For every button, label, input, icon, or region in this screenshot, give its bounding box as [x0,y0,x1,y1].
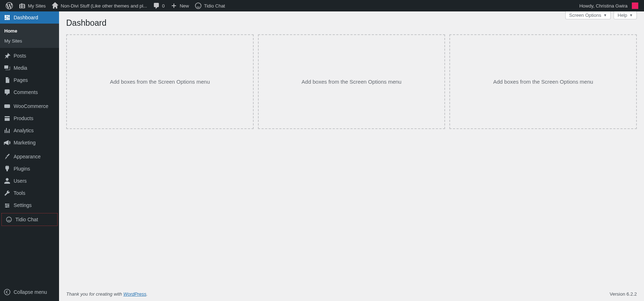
sidebar-item-analytics[interactable]: Analytics [0,124,59,137]
footer-thanks: Thank you for creating with WordPress. [66,291,148,297]
comment-icon [153,2,160,9]
admin-sidebar: Dashboard Home My Sites Posts Media Page… [0,11,59,301]
submenu-my-sites[interactable]: My Sites [0,36,59,46]
widget-placeholder: Add boxes from the Screen Options menu [449,34,637,129]
sidebar-label: Appearance [14,154,41,159]
sidebar-item-tidio[interactable]: Tidio Chat [2,213,57,226]
comments-link[interactable]: 0 [150,0,167,11]
help-label: Help [618,13,627,18]
svg-point-3 [8,205,9,206]
sidebar-item-marketing[interactable]: Marketing [0,137,59,149]
sidebar-item-media[interactable]: Media [0,62,59,74]
sidebar-label: Tools [14,190,25,196]
submenu-label: Home [4,28,17,34]
tidio-label: Tidio Chat [204,3,225,9]
plugins-icon [4,165,11,172]
my-sites-link[interactable]: My Sites [16,0,49,11]
account-link[interactable]: Howdy, Christina Gwira [576,0,641,11]
sidebar-label: Comments [14,89,38,95]
sidebar-label: Pages [14,77,28,83]
plus-icon [170,2,177,9]
chevron-down-icon: ▼ [629,13,633,17]
sidebar-label: Tidio Chat [15,217,38,222]
woocommerce-icon [4,103,11,110]
sidebar-label: Plugins [14,166,30,172]
tools-icon [4,189,11,197]
svg-rect-1 [4,104,10,108]
collapse-icon [4,288,11,296]
help-toggle[interactable]: Help ▼ [614,11,637,19]
svg-point-5 [6,217,11,222]
placeholder-text: Add boxes from the Screen Options menu [110,79,210,85]
sidebar-label: Dashboard [14,15,38,20]
wordpress-link[interactable]: WordPress [123,291,146,297]
version-text: Version 6.2.2 [610,291,637,297]
collapse-label: Collapse menu [14,289,47,295]
comments-count: 0 [162,3,165,9]
admin-bar: My Sites Non-Divi Stuff (Like other them… [0,0,644,11]
avatar [632,3,638,9]
submenu-home[interactable]: Home [0,26,59,36]
sidebar-label: Analytics [14,128,34,133]
new-link[interactable]: New [167,0,192,11]
admin-footer: Thank you for creating with WordPress. V… [59,287,644,301]
admin-bar-right: Howdy, Christina Gwira [576,0,641,11]
sidebar-item-pages[interactable]: Pages [0,74,59,86]
wordpress-icon [6,2,13,9]
dashboard-submenu: Home My Sites [0,24,59,48]
screen-options-toggle[interactable]: Screen Options ▼ [565,11,611,19]
widget-placeholder: Add boxes from the Screen Options menu [66,34,254,129]
tidio-link[interactable]: Tidio Chat [192,0,228,11]
sidebar-item-users[interactable]: Users [0,175,59,187]
content-area: Screen Options ▼ Help ▼ Dashboard Add bo… [59,11,644,301]
placeholder-text: Add boxes from the Screen Options menu [302,79,401,85]
users-icon [4,177,11,184]
admin-bar-left: My Sites Non-Divi Stuff (Like other them… [3,0,576,11]
widget-placeholder: Add boxes from the Screen Options menu [258,34,445,129]
svg-point-2 [5,204,6,205]
sidebar-item-dashboard[interactable]: Dashboard [0,11,59,24]
sidebar-item-products[interactable]: Products [0,112,59,124]
svg-point-0 [195,3,201,9]
sidebar-item-settings[interactable]: Settings [0,199,59,211]
sidebar-item-posts[interactable]: Posts [0,50,59,62]
sidebar-label: Products [14,115,33,121]
marketing-icon [4,139,11,146]
sidebar-label: Users [14,178,27,184]
sidebar-item-plugins[interactable]: Plugins [0,163,59,175]
appearance-icon [4,153,11,160]
home-icon [52,2,59,9]
pushpin-icon [4,52,11,59]
tidio-icon [195,2,202,9]
page-title: Dashboard [66,15,637,29]
sidebar-label: Posts [14,53,26,59]
collapse-menu[interactable]: Collapse menu [0,286,59,298]
media-icon [4,64,11,71]
settings-icon [4,202,11,209]
footer-text: . [146,291,148,297]
placeholder-text: Add boxes from the Screen Options menu [493,79,593,85]
page-icon [4,77,11,84]
site-name-label: Non-Divi Stuff (Like other themes and pl… [61,3,147,9]
new-label: New [180,3,189,9]
comments-icon [4,89,11,96]
svg-point-4 [6,207,7,208]
products-icon [4,115,11,122]
tidio-icon [5,216,13,223]
dashboard-widgets: Add boxes from the Screen Options menu A… [59,34,644,129]
sidebar-item-tools[interactable]: Tools [0,187,59,199]
sidebar-label: Settings [14,202,32,208]
sidebar-item-appearance[interactable]: Appearance [0,150,59,163]
footer-text: Thank you for creating with [66,291,123,297]
screen-options-label: Screen Options [569,13,601,18]
sidebar-item-woocommerce[interactable]: WooCommerce [0,100,59,112]
site-name-link[interactable]: Non-Divi Stuff (Like other themes and pl… [49,0,150,11]
sidebar-label: WooCommerce [14,103,48,109]
svg-point-6 [4,289,10,295]
sidebar-item-comments[interactable]: Comments [0,86,59,98]
my-sites-label: My Sites [28,3,46,9]
wp-logo[interactable] [3,0,16,11]
sites-icon [19,2,26,9]
sidebar-label: Media [14,65,27,71]
howdy-label: Howdy, Christina Gwira [579,3,628,9]
